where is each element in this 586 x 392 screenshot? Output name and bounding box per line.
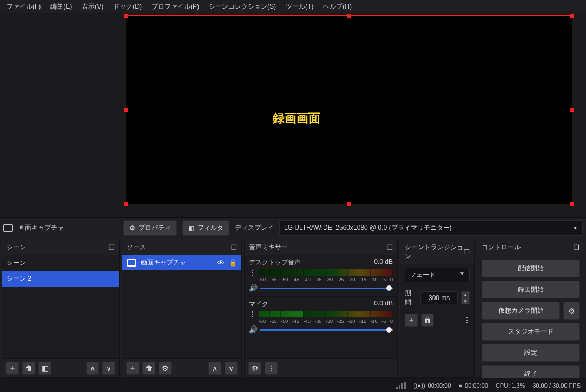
audio-mixer-dock: 音声ミキサー ❐ デスクトップ音声 0.0 dB ⋮ -60-55-50-	[244, 240, 398, 378]
sources-dock: ソース ❐ 画面キャプチャ 👁 🔓 ＋ 🗑 ⚙ ∧ ∨	[122, 240, 242, 378]
display-capture-icon	[3, 224, 13, 232]
filters-button[interactable]: ◧ フィルタ	[182, 220, 229, 236]
chevron-down-icon: ▼	[572, 225, 578, 231]
duration-down-button[interactable]: ▼	[461, 298, 470, 304]
volume-slider[interactable]	[260, 284, 393, 292]
gear-icon: ⚙	[129, 224, 135, 232]
remove-transition-button[interactable]: 🗑	[421, 314, 434, 327]
popout-icon[interactable]: ❐	[109, 244, 115, 251]
cpu-usage: CPU: 1.3%	[496, 382, 525, 389]
meter-scale: -60-55-50-45-40-35-30-25-20-15-10-50	[259, 318, 393, 324]
move-source-down-button[interactable]: ∨	[225, 362, 238, 375]
studio-mode-button[interactable]: スタジオモード	[482, 323, 580, 341]
visibility-toggle[interactable]: 👁	[217, 258, 225, 267]
remove-source-button[interactable]: 🗑	[142, 362, 155, 375]
source-item-label: 画面キャプチャ	[141, 258, 186, 267]
channel-db: 0.0 dB	[374, 258, 393, 267]
advanced-audio-button[interactable]: ⚙	[248, 362, 261, 375]
source-toolbar: 画面キャプチャ ⚙ プロパティ ◧ フィルタ ディスプレイ LG ULTRAWI…	[0, 217, 586, 238]
lock-toggle[interactable]: 🔓	[229, 259, 237, 267]
properties-label: プロパティ	[139, 223, 171, 232]
channel-menu-button[interactable]: ⋮	[249, 311, 255, 317]
popout-icon[interactable]: ❐	[574, 244, 580, 251]
add-source-button[interactable]: ＋	[126, 362, 139, 375]
menu-file[interactable]: ファイル(F)	[2, 0, 45, 14]
mute-toggle[interactable]: 🔊	[249, 284, 256, 292]
menu-view[interactable]: 表示(V)	[77, 0, 108, 14]
resize-handle[interactable]	[570, 108, 574, 112]
filters-icon: ◧	[188, 224, 194, 232]
mixer-channel: デスクトップ音声 0.0 dB ⋮ -60-55-50-45-40-35-30-…	[245, 255, 397, 297]
menu-bar: ファイル(F) 編集(E) 表示(V) ドック(D) プロファイル(P) シーン…	[0, 0, 586, 13]
move-source-up-button[interactable]: ∧	[208, 362, 221, 375]
menu-tools[interactable]: ツール(T)	[281, 0, 318, 14]
transitions-dock: シーントランジション ❐ フェード ▼ 期間 300 ms ▲ ▼ ＋ 🗑	[400, 240, 475, 378]
popout-icon[interactable]: ❐	[231, 244, 237, 251]
record-time: 00:00:00	[465, 382, 488, 389]
start-streaming-button[interactable]: 配信開始	[482, 260, 580, 277]
scene-item[interactable]: シーン 2	[2, 271, 119, 287]
mixer-body: デスクトップ音声 0.0 dB ⋮ -60-55-50-45-40-35-30-…	[245, 255, 397, 358]
controls-dock: コントロール ❐ 配信開始 録画開始 仮想カメラ開始 ⚙ スタジオモード 設定 …	[477, 240, 584, 378]
display-label: ディスプレイ	[235, 223, 274, 232]
transition-select[interactable]: フェード ▼	[405, 268, 470, 282]
sources-title: ソース	[127, 243, 146, 252]
channel-menu-button[interactable]: ⋮	[249, 270, 255, 275]
selection-bounding-box[interactable]	[126, 15, 572, 204]
transition-menu-button[interactable]: ⋮	[463, 317, 470, 323]
popout-icon[interactable]: ❐	[464, 248, 470, 256]
sources-list[interactable]: 画面キャプチャ 👁 🔓	[122, 255, 241, 358]
menu-scene-collection[interactable]: シーンコレクション(S)	[205, 0, 280, 14]
menu-profile[interactable]: プロファイル(P)	[147, 0, 203, 14]
live-indicator: ((●)) 00:00:00	[413, 382, 451, 389]
menu-dock[interactable]: ドック(D)	[109, 0, 146, 14]
resize-handle[interactable]	[124, 108, 128, 112]
docks-row: シーン ❐ シーン シーン 2 ＋ 🗑 ◧ ∧ ∨ ソース ❐ 画面キャプチャ …	[0, 238, 586, 378]
add-scene-button[interactable]: ＋	[6, 362, 19, 375]
mixer-menu-button[interactable]: ⋮	[265, 362, 278, 375]
duration-spinbox[interactable]: 300 ms	[420, 291, 458, 304]
remove-scene-button[interactable]: 🗑	[22, 362, 35, 375]
chevron-down-icon: ▼	[459, 270, 465, 280]
resize-handle[interactable]	[570, 202, 574, 206]
display-capture-icon	[127, 259, 136, 267]
properties-button[interactable]: ⚙ プロパティ	[123, 220, 177, 236]
mixer-title: 音声ミキサー	[249, 243, 288, 252]
resize-handle[interactable]	[124, 202, 128, 206]
volume-slider[interactable]	[260, 326, 393, 334]
broadcast-icon: ((●))	[413, 382, 425, 389]
record-dot-icon: ●	[458, 382, 462, 389]
menu-help[interactable]: ヘルプ(H)	[319, 0, 356, 14]
resize-handle[interactable]	[124, 14, 128, 18]
start-virtual-cam-button[interactable]: 仮想カメラ開始	[482, 302, 560, 320]
move-scene-down-button[interactable]: ∨	[102, 362, 115, 375]
level-meter	[259, 311, 393, 317]
scenes-list[interactable]: シーン シーン 2	[2, 255, 119, 358]
resize-handle[interactable]	[347, 14, 351, 18]
popout-icon[interactable]: ❐	[387, 244, 393, 251]
record-indicator: ● 00:00:00	[458, 382, 488, 389]
menu-edit[interactable]: 編集(E)	[46, 0, 76, 14]
duration-up-button[interactable]: ▲	[461, 291, 470, 298]
live-time: 00:00:00	[428, 382, 451, 389]
scenes-dock: シーン ❐ シーン シーン 2 ＋ 🗑 ◧ ∧ ∨	[2, 240, 120, 378]
preview-area[interactable]: 録画画面	[0, 13, 586, 217]
level-meter	[259, 269, 393, 276]
display-select[interactable]: LG ULTRAWIDE: 2560x1080 @ 0,0 (プライマリモニター…	[279, 220, 583, 236]
channel-db: 0.0 dB	[374, 300, 393, 309]
add-transition-button[interactable]: ＋	[405, 314, 418, 327]
mixer-channel: マイク 0.0 dB ⋮ -60-55-50-45-40-35-30-25-20…	[245, 297, 397, 338]
transition-select-value: フェード	[410, 270, 436, 280]
resize-handle[interactable]	[570, 14, 574, 18]
source-properties-button[interactable]: ⚙	[159, 362, 172, 375]
resize-handle[interactable]	[347, 202, 351, 206]
source-item[interactable]: 画面キャプチャ 👁 🔓	[122, 255, 241, 270]
scene-item[interactable]: シーン	[2, 255, 119, 271]
channel-name: デスクトップ音声	[249, 258, 301, 267]
settings-button[interactable]: 設定	[482, 344, 580, 362]
mute-toggle[interactable]: 🔊	[249, 325, 256, 334]
move-scene-up-button[interactable]: ∧	[86, 362, 99, 375]
scene-filters-button[interactable]: ◧	[38, 362, 51, 375]
virtual-cam-settings-button[interactable]: ⚙	[563, 302, 580, 320]
start-recording-button[interactable]: 録画開始	[482, 281, 580, 298]
